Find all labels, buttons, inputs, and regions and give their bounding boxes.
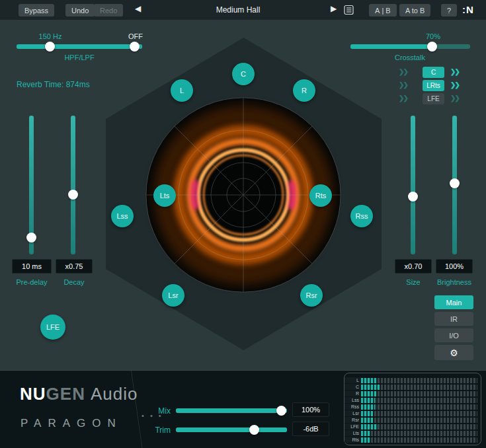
routing-input-chevron-icon[interactable]: ❯❯ [399,68,407,75]
size-fader[interactable] [411,116,415,254]
pre-delay-fader-thumb[interactable] [26,233,36,243]
speaker-node-c[interactable]: C [232,63,255,85]
decay-value[interactable]: x0.75 [56,259,93,274]
meter-fill [361,404,375,410]
ab-compare-button[interactable]: A | B [369,4,397,17]
mix-slider-thumb[interactable] [276,406,286,416]
preset-list-icon [344,5,354,15]
speaker-node-rsr[interactable]: Rsr [300,284,323,307]
lpf-slider-thumb[interactable] [130,42,140,52]
nugen-logo-icon: :N [462,4,474,15]
speaker-node-rss[interactable]: Rss [350,205,373,227]
decay-label: Decay [56,278,93,286]
product-name: PARAGON [20,417,122,430]
meter-channel-label: LFE [344,424,361,429]
mix-value[interactable]: 100% [292,402,329,417]
routing-lrts-button[interactable]: LRts [423,80,444,91]
meter-row: LFE [344,424,477,429]
footer-bar: NUGENAudio PARAGON • • • Mix 100% Trim -… [0,370,486,448]
hpf-lpf-label: HPF/LPF [48,54,111,61]
ab-b-label: B [385,7,390,15]
a-to-b-button[interactable]: A to B [399,4,430,17]
previous-preset-button[interactable]: ◀ [135,4,141,13]
decay-fader[interactable] [71,116,75,254]
speaker-node-lts[interactable]: Lts [153,184,176,207]
meter-bar [361,404,477,410]
preset-name[interactable]: Medium Hall [185,5,291,15]
mix-slider[interactable] [176,408,287,413]
routing-lfe-button[interactable]: LFE [423,93,444,104]
meter-bar [361,398,477,403]
size-fader-thumb[interactable] [408,192,418,202]
meter-bar [361,411,477,416]
redo-button[interactable]: Redo [94,4,123,17]
preset-list-button[interactable] [344,5,354,17]
crosstalk-value-label: 70% [415,32,452,40]
routing-output-chevron-icon[interactable]: ❯❯ [450,81,459,89]
routing-output-chevron-icon[interactable]: ❯❯ [450,94,459,102]
meter-channel-label: Lss [344,397,361,403]
meter-bar [361,424,477,429]
meter-row: Rts [344,437,477,443]
meter-channel-label: L [344,377,361,383]
meter-channel-label: Lts [344,430,361,436]
speaker-node-r[interactable]: R [293,79,315,102]
footer-divider [131,371,143,448]
pre-delay-label: Pre-delay [12,278,52,286]
view-ir-button[interactable]: IR [434,312,473,326]
crosstalk-slider-thumb[interactable] [427,42,437,52]
meter-bar [361,431,477,436]
brand-gen: GEN [46,384,85,404]
pre-delay-fader[interactable] [29,116,34,254]
meter-bar [361,385,477,390]
meter-row: L [344,377,477,383]
meter-fill [361,431,370,436]
hpf-lpf-slider-fill [17,44,142,49]
speaker-node-lss[interactable]: Lss [111,205,134,227]
routing-input-chevron-icon[interactable]: ❯❯ [399,81,407,89]
meter-row: Lss [344,397,477,403]
hpf-slider-thumb[interactable] [45,42,55,52]
crosstalk-slider[interactable] [350,44,470,49]
speaker-node-lsr[interactable]: Lsr [162,284,184,307]
trim-slider[interactable] [176,428,287,432]
hpf-lpf-slider[interactable] [17,44,142,49]
trim-slider-thumb[interactable] [249,425,259,435]
pre-delay-value[interactable]: 10 ms [12,259,52,274]
brand-audio: Audio [91,384,138,404]
routing-output-chevron-icon[interactable]: ❯❯ [450,68,459,75]
meter-fill [361,411,373,416]
meter-channel-label: Rsr [344,417,361,423]
speaker-node-rts[interactable]: Rts [309,184,332,207]
bypass-button[interactable]: Bypass [19,4,54,17]
meter-bar [361,391,477,396]
brightness-value[interactable]: 100% [436,259,473,274]
routing-input-chevron-icon[interactable]: ❯❯ [399,94,407,102]
main-panel: CLRLtsRtsLssRssLsrRsrLFE 150 Hz OFF HPF/… [0,20,486,370]
gear-icon: ⚙ [450,348,458,358]
brightness-fader-thumb[interactable] [450,178,460,188]
meter-row: Rss [344,404,477,410]
mix-label: Mix [151,406,171,416]
undo-button[interactable]: Undo [65,4,95,17]
view-io-button[interactable]: I/O [434,328,473,342]
brand-logo: NUGENAudio [20,384,138,404]
decay-fader-thumb[interactable] [68,190,78,200]
trim-value[interactable]: -6dB [292,422,329,436]
title-bar: Bypass Undo Redo ◀ Medium Hall ▶ A | B A… [0,0,486,20]
size-value[interactable]: x0.70 [395,259,432,274]
routing-row-c: ❯❯ C ❯❯ [395,67,469,79]
speaker-node-l[interactable]: L [171,79,193,102]
view-main-button[interactable]: Main [434,295,473,309]
settings-button[interactable]: ⚙ [434,345,473,360]
ab-a-label: A [375,7,380,15]
size-label: Size [395,278,432,286]
meter-channel-label: Lsr [344,410,361,416]
meter-list: LCRLssRssLsrRsrLFELtsRts [344,377,477,443]
help-button[interactable]: ? [441,4,457,17]
speaker-node-lfe[interactable]: LFE [40,315,65,340]
meter-fill [361,437,370,443]
routing-c-button[interactable]: C [423,67,444,78]
brightness-fader[interactable] [452,116,457,254]
next-preset-button[interactable]: ▶ [331,4,337,13]
